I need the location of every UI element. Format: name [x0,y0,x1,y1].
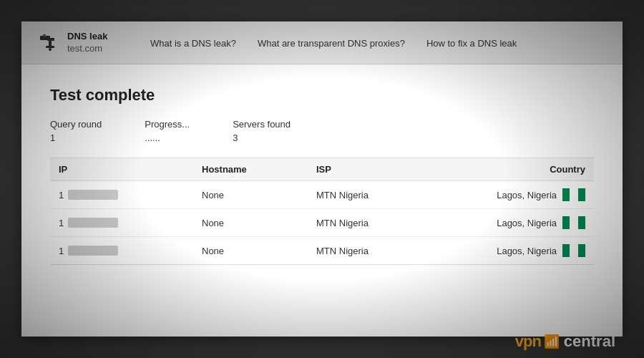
table-row: 1NoneMTN Nigeria Lagos, Nigeria [50,209,594,237]
cell-isp: MTN Nigeria [308,237,451,265]
query-round-label: Query round [50,119,102,130]
nav-links: What is a DNS leak? What are transparent… [150,37,517,49]
nigeria-flag [562,188,585,201]
results-table: IP Hostname ISP Country 1NoneMTN Nigeria… [50,158,594,265]
table-row: 1NoneMTN Nigeria Lagos, Nigeria [50,237,594,265]
country-name: Lagos, Nigeria [497,246,557,256]
logo: DNS leak test.com [36,30,122,56]
stat-servers-found: Servers found 3 [233,119,291,143]
cell-isp: MTN Nigeria [308,181,451,209]
nav-item-fix-leak[interactable]: How to fix a DNS leak [426,37,517,49]
browser-window: DNS leak test.com What is a DNS leak? Wh… [21,21,623,337]
cell-hostname: None [193,209,308,237]
nav-item-dns-leak[interactable]: What is a DNS leak? [150,37,236,49]
vpn-text: vpn [515,332,541,351]
cell-country: Lagos, Nigeria [451,237,594,265]
cell-country: Lagos, Nigeria [451,209,594,237]
country-name: Lagos, Nigeria [497,190,557,200]
cell-ip: 1 [50,181,193,209]
svg-rect-4 [46,46,54,48]
vpncentral-watermark: vpn 📶 central [515,332,615,351]
nigeria-flag [562,244,585,257]
cell-hostname: None [193,181,308,209]
svg-point-5 [49,48,52,51]
table-header-row: IP Hostname ISP Country [50,158,594,181]
table-row: 1NoneMTN Nigeria Lagos, Nigeria [50,181,594,209]
col-ip: IP [50,158,193,181]
country-name: Lagos, Nigeria [497,218,557,228]
nigeria-flag [562,216,585,229]
progress-label: Progress... [145,119,190,130]
cell-country: Lagos, Nigeria [451,181,594,209]
ip-blurred [68,190,118,200]
col-isp: ISP [308,158,451,181]
progress-value: ...... [145,132,190,143]
query-round-value: 1 [50,132,102,143]
test-title: Test complete [50,86,594,105]
servers-found-value: 3 [233,132,291,143]
dns-logo-icon [36,30,62,56]
logo-text: DNS leak test.com [67,31,107,55]
navbar: DNS leak test.com What is a DNS leak? Wh… [21,21,623,64]
stat-progress: Progress... ...... [145,119,190,143]
svg-rect-3 [49,41,52,47]
col-hostname: Hostname [193,158,308,181]
col-country: Country [451,158,594,181]
signal-icon: 📶 [544,334,560,349]
cell-ip: 1 [50,237,193,265]
cell-isp: MTN Nigeria [308,209,451,237]
main-content: Test complete Query round 1 Progress... … [21,64,623,279]
stat-query-round: Query round 1 [50,119,102,143]
stats-row: Query round 1 Progress... ...... Servers… [50,119,594,143]
servers-found-label: Servers found [233,119,291,130]
nav-item-transparent-proxies[interactable]: What are transparent DNS proxies? [258,37,405,49]
ip-blurred [68,218,118,228]
ip-blurred [68,246,118,256]
cell-ip: 1 [50,209,193,237]
svg-rect-6 [43,34,46,37]
svg-rect-2 [47,38,54,41]
central-text: central [564,332,615,351]
cell-hostname: None [193,237,308,265]
